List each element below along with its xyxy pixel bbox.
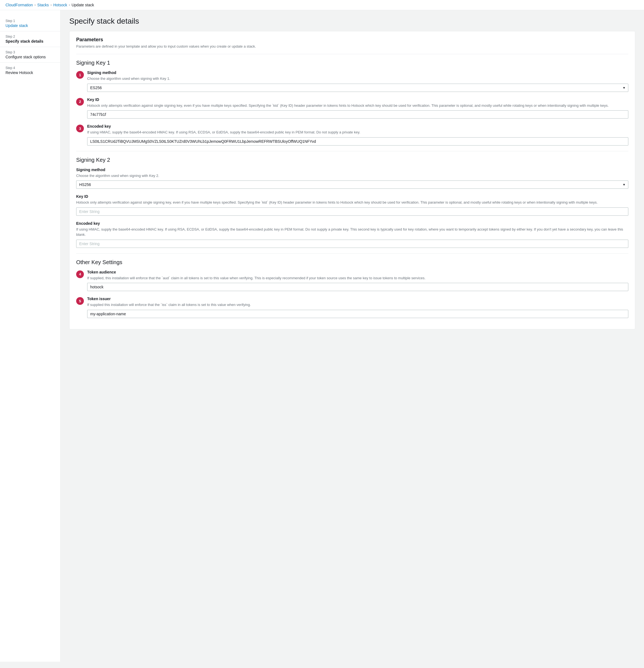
signing-method-2-label: Signing method	[76, 168, 628, 172]
main-layout: Step 1 Update stack Step 2 Specify stack…	[0, 10, 644, 662]
signing-method-1-select[interactable]: ES256 HS256 RS256 EdDSA	[87, 84, 628, 92]
breadcrumb-stacks[interactable]: Stacks	[37, 3, 49, 7]
breadcrumb-cloudformation[interactable]: CloudFormation	[5, 3, 33, 7]
breadcrumb-sep-1: ›	[35, 3, 36, 7]
step-1-number: Step 1	[5, 19, 55, 23]
key-id-2-input[interactable]	[76, 208, 628, 216]
token-issuer-label: Token issuer	[87, 297, 628, 301]
signing-key-1-heading: Signing Key 1	[76, 60, 628, 66]
key-id-1-input[interactable]	[87, 110, 628, 119]
encoded-key-1-label: Encoded key	[87, 124, 628, 128]
sidebar: Step 1 Update stack Step 2 Specify stack…	[0, 10, 61, 662]
divider-2	[76, 151, 628, 151]
field-signing-method-2: Signing method Choose the algorithm used…	[76, 168, 628, 189]
encoded-key-1-content: Encoded key If using HMAC, supply the ba…	[87, 124, 628, 146]
signing-key-2-heading: Signing Key 2	[76, 157, 628, 163]
breadcrumb-sep-2: ›	[51, 3, 52, 7]
sidebar-step-4: Step 4 Review Hotsock	[0, 63, 60, 78]
step-2-label: Specify stack details	[5, 39, 55, 44]
key-id-1-desc: Hotsock only attempts verification again…	[87, 103, 628, 108]
step-3-label: Configure stack options	[5, 55, 55, 59]
step-4-label: Review Hotsock	[5, 71, 55, 75]
badge-3: 3	[76, 125, 84, 132]
encoded-key-1-input[interactable]	[87, 137, 628, 146]
token-issuer-input[interactable]	[87, 310, 628, 318]
badge-4: 4	[76, 271, 84, 278]
key-id-2-label: Key ID	[76, 194, 628, 199]
breadcrumb: CloudFormation › Stacks › Hotsock › Upda…	[0, 0, 644, 10]
signing-method-1-select-wrapper: ES256 HS256 RS256 EdDSA	[87, 84, 628, 92]
token-audience-content: Token audience If supplied, this install…	[87, 270, 628, 291]
field-key-id-1: 2 Key ID Hotsock only attempts verificat…	[76, 97, 628, 119]
token-issuer-desc: If supplied this installation will enfor…	[87, 302, 628, 308]
signing-method-1-label: Signing method	[87, 71, 628, 75]
sidebar-step-3: Step 3 Configure stack options	[0, 47, 60, 63]
token-audience-input[interactable]	[87, 283, 628, 291]
key-id-1-label: Key ID	[87, 97, 628, 102]
field-key-id-2: Key ID Hotsock only attempts verificatio…	[76, 194, 628, 216]
step-4-number: Step 4	[5, 66, 55, 70]
badge-1: 1	[76, 71, 84, 79]
divider-1	[76, 54, 628, 54]
token-audience-desc: If supplied, this installation will enfo…	[87, 275, 628, 281]
parameters-heading: Parameters	[76, 37, 628, 43]
signing-method-2-desc: Choose the algorithm used when signing w…	[76, 173, 628, 179]
step-2-number: Step 2	[5, 35, 55, 39]
sidebar-step-1: Step 1 Update stack	[0, 16, 60, 31]
field-signing-method-1: 1 Signing method Choose the algorithm us…	[76, 71, 628, 92]
signing-method-2-select[interactable]: HS256 ES256 RS256 EdDSA	[76, 181, 628, 189]
token-audience-label: Token audience	[87, 270, 628, 274]
badge-2: 2	[76, 98, 84, 106]
field-encoded-key-2: Encoded key If using HMAC, supply the ba…	[76, 221, 628, 248]
parameters-description: Parameters are defined in your template …	[76, 44, 628, 48]
field-token-audience: 4 Token audience If supplied, this insta…	[76, 270, 628, 291]
encoded-key-2-desc: If using HMAC, supply the base64-encoded…	[76, 227, 628, 238]
breadcrumb-sep-3: ›	[69, 3, 70, 7]
step-1-label[interactable]: Update stack	[5, 24, 28, 28]
breadcrumb-update-stack: Update stack	[72, 3, 94, 7]
page-title: Specify stack details	[69, 17, 635, 26]
encoded-key-2-input[interactable]	[76, 240, 628, 248]
encoded-key-1-desc: If using HMAC, supply the base64-encoded…	[87, 130, 628, 135]
key-id-2-desc: Hotsock only attempts verification again…	[76, 200, 628, 205]
key-id-1-content: Key ID Hotsock only attempts verificatio…	[87, 97, 628, 119]
divider-3	[76, 253, 628, 254]
content-area: Specify stack details Parameters Paramet…	[61, 10, 644, 662]
step-3-number: Step 3	[5, 50, 55, 54]
field-encoded-key-1: 3 Encoded key If using HMAC, supply the …	[76, 124, 628, 146]
field-token-issuer: 5 Token issuer If supplied this installa…	[76, 297, 628, 318]
signing-method-2-select-wrapper: HS256 ES256 RS256 EdDSA	[76, 181, 628, 189]
badge-5: 5	[76, 297, 84, 305]
other-key-settings-heading: Other Key Settings	[76, 259, 628, 265]
signing-method-1-content: Signing method Choose the algorithm used…	[87, 71, 628, 92]
parameters-card: Parameters Parameters are defined in you…	[69, 31, 635, 329]
signing-method-1-desc: Choose the algorithm used when signing w…	[87, 76, 628, 81]
sidebar-step-2: Step 2 Specify stack details	[0, 31, 60, 47]
encoded-key-2-label: Encoded key	[76, 221, 628, 226]
token-issuer-content: Token issuer If supplied this installati…	[87, 297, 628, 318]
breadcrumb-hotsock[interactable]: Hotsock	[53, 3, 67, 7]
